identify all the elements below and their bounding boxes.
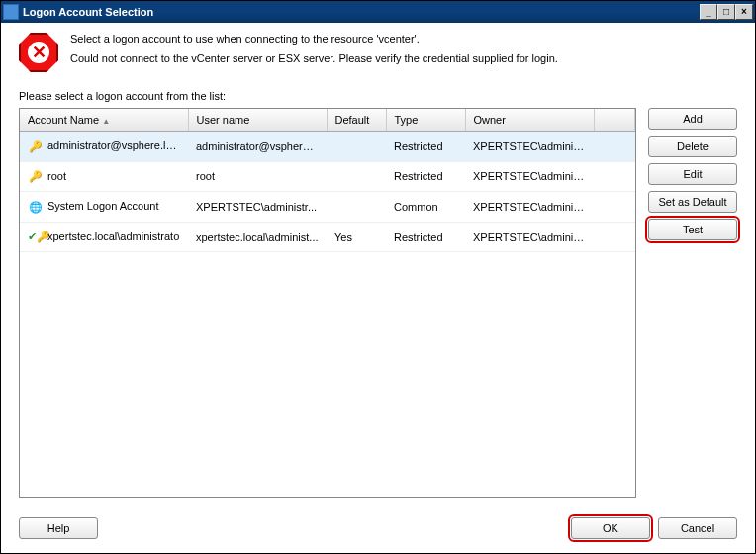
ok-button[interactable]: OK: [571, 517, 650, 539]
error-icon: ✕: [19, 33, 58, 72]
window-sysicon: [3, 4, 19, 20]
cell-type: Restricted: [386, 222, 465, 252]
col-type[interactable]: Type: [386, 109, 465, 132]
cell-default: [327, 161, 386, 192]
window-title: Logon Account Selection: [23, 6, 700, 18]
cell-owner: XPERTSTEC\adminis...: [465, 132, 594, 162]
message-row: ✕ Select a logon account to use when con…: [19, 33, 737, 72]
col-default[interactable]: Default: [327, 109, 386, 132]
cancel-button[interactable]: Cancel: [658, 517, 737, 539]
delete-button[interactable]: Delete: [648, 136, 737, 157]
message-text: Select a logon account to use when conne…: [70, 33, 558, 72]
cell-account: administrator@vsphere.loca: [47, 139, 183, 151]
body-row: Account Name▲ User name Default Type Own…: [19, 108, 737, 498]
col-account[interactable]: Account Name▲: [20, 109, 188, 132]
close-button[interactable]: ×: [735, 4, 753, 20]
help-button[interactable]: Help: [19, 517, 98, 539]
globe-icon: 🌐: [28, 201, 44, 214]
add-button[interactable]: Add: [648, 108, 737, 130]
titlebar: Logon Account Selection _ □ ×: [1, 1, 755, 23]
table-row[interactable]: 🔑administrator@vsphere.loca administrato…: [20, 132, 635, 162]
maximize-button[interactable]: □: [717, 4, 735, 20]
cell-type: Restricted: [386, 161, 465, 192]
cell-default: [327, 132, 386, 162]
cell-default: [327, 192, 386, 223]
key-icon: 🔑: [28, 140, 44, 153]
edit-button[interactable]: Edit: [648, 163, 737, 185]
col-user[interactable]: User name: [188, 109, 327, 132]
cell-type: Restricted: [386, 132, 465, 162]
key-check-icon: ✔🔑: [28, 231, 44, 243]
cell-account: System Logon Account: [47, 200, 159, 212]
dialog-content: ✕ Select a logon account to use when con…: [1, 23, 755, 508]
cell-user: administrator@vsphere....: [188, 132, 327, 162]
cell-owner: XPERTSTEC\adminis...: [465, 161, 594, 192]
cell-owner: XPERTSTEC\adminis...: [465, 222, 594, 252]
table-row[interactable]: 🔑root root Restricted XPERTSTEC\adminis.…: [20, 161, 635, 192]
list-label: Please select a logon account from the l…: [19, 90, 737, 102]
cell-default: Yes: [327, 222, 386, 252]
table-body: 🔑administrator@vsphere.loca administrato…: [20, 132, 635, 252]
table-row[interactable]: ✔🔑xpertstec.local\administrato xpertstec…: [20, 222, 635, 252]
cell-user: xpertstec.local\administ...: [188, 222, 327, 252]
minimize-button[interactable]: _: [700, 4, 717, 20]
set-default-button[interactable]: Set as Default: [648, 191, 737, 213]
col-spacer: [594, 109, 635, 132]
cell-user: XPERTSTEC\administr...: [188, 192, 327, 223]
side-buttons: Add Delete Edit Set as Default Test: [648, 108, 737, 498]
test-button[interactable]: Test: [648, 219, 737, 240]
message-line1: Select a logon account to use when conne…: [70, 33, 558, 45]
key-icon: 🔑: [28, 170, 44, 183]
sort-asc-icon: ▲: [102, 117, 110, 126]
window-buttons: _ □ ×: [700, 4, 753, 20]
footer: Help OK Cancel: [1, 508, 755, 553]
account-table: Account Name▲ User name Default Type Own…: [19, 108, 636, 498]
cell-account: xpertstec.local\administrato: [47, 231, 179, 242]
cell-user: root: [188, 161, 327, 192]
table-row[interactable]: 🌐System Logon Account XPERTSTEC\administ…: [20, 192, 635, 223]
table-header-row: Account Name▲ User name Default Type Own…: [20, 109, 635, 132]
cell-account: root: [47, 170, 66, 182]
cell-type: Common: [386, 192, 465, 223]
cell-owner: XPERTSTEC\adminis...: [465, 192, 594, 223]
message-line2: Could not connect to the vCenter server …: [70, 52, 558, 64]
col-owner[interactable]: Owner: [465, 109, 594, 132]
